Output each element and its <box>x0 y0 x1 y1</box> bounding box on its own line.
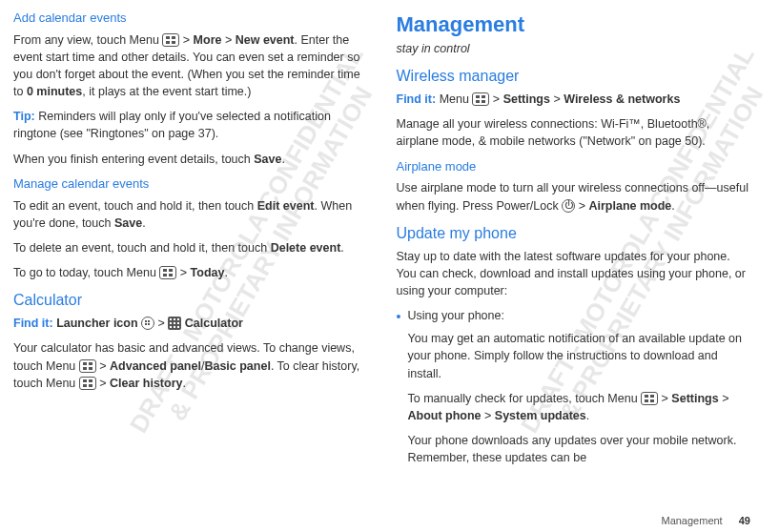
airplane-mode-label: Airplane mode <box>588 199 671 213</box>
footer-section-label: Management <box>661 515 722 526</box>
bullet-using-phone: Using your phone: <box>408 309 504 322</box>
heading-airplane: Airplane mode <box>397 158 751 176</box>
text: > <box>658 392 671 405</box>
text: > <box>550 92 564 106</box>
advanced-panel-label: Advanced panel <box>110 359 201 373</box>
para-today: To go to today, touch Menu > Today. <box>13 264 368 281</box>
text: . <box>224 266 227 279</box>
save-label: Save <box>114 216 142 230</box>
text: From any view, touch Menu <box>13 33 162 47</box>
text: To delete an event, touch and hold it, t… <box>13 241 271 255</box>
launcher-icon <box>141 317 154 330</box>
heading-wireless-manager: Wireless manager <box>397 65 751 87</box>
more-label: More <box>194 33 222 47</box>
para-add-event: From any view, touch Menu > More > New e… <box>13 31 368 101</box>
text: To manually check for updates, touch Men… <box>408 392 642 405</box>
launcher-icon-label: Launcher icon <box>56 317 137 330</box>
delete-event-label: Delete event <box>271 241 341 255</box>
para-wm-findit: Find it: Menu > Settings > Wireless & ne… <box>397 91 751 108</box>
text: > <box>575 199 588 213</box>
text: Menu <box>436 92 472 106</box>
para-delete: To delete an event, touch and hold it, t… <box>13 239 368 256</box>
text: . <box>142 216 145 230</box>
zero-minutes-label: 0 minutes <box>27 85 82 98</box>
left-column: Add calendar events From any view, touch… <box>13 10 368 474</box>
text: > <box>489 92 502 106</box>
edit-event-label: Edit event <box>257 199 315 213</box>
text: . <box>340 241 343 255</box>
system-updates-label: System updates <box>495 409 586 422</box>
wireless-networks-label: Wireless & networks <box>564 92 680 106</box>
menu-icon <box>162 33 179 47</box>
text: > <box>96 359 110 373</box>
menu-icon <box>79 359 96 373</box>
para-downloads: Your phone downloads any updates over yo… <box>408 432 751 466</box>
text: . <box>182 377 185 390</box>
list-item: Using your phone: <box>408 307 751 324</box>
today-label: Today <box>191 266 225 279</box>
menu-icon <box>472 92 489 106</box>
para-update-intro: Stay up to date with the latest software… <box>397 248 751 299</box>
text: , it plays at the event start time.) <box>82 85 251 98</box>
text: > <box>176 266 190 279</box>
menu-icon <box>641 392 658 405</box>
text: > <box>96 377 110 390</box>
heading-management: Management <box>397 10 751 40</box>
menu-icon <box>79 377 96 390</box>
calculator-label: Calculator <box>185 317 243 330</box>
new-event-label: New event <box>236 33 295 47</box>
heading-manage-calendar: Manage calendar events <box>13 175 368 194</box>
text: > <box>179 33 193 47</box>
text: . <box>586 409 589 422</box>
para-auto-notify: You may get an automatic notification of… <box>408 330 751 381</box>
text: To edit an event, touch and hold it, the… <box>13 199 257 213</box>
text: > <box>719 392 729 405</box>
heading-update-phone: Update my phone <box>397 222 751 244</box>
calculator-icon <box>168 317 181 330</box>
about-phone-label: About phone <box>408 409 482 422</box>
text: . <box>281 153 284 166</box>
text: To go to today, touch Menu <box>13 266 159 279</box>
text: . <box>671 199 674 213</box>
save-label: Save <box>254 153 281 166</box>
heading-add-calendar: Add calendar events <box>13 10 368 28</box>
menu-icon <box>159 266 176 279</box>
para-calc-findit: Find it: Launcher icon > Calculator <box>13 315 368 332</box>
page-number: 49 <box>739 515 750 526</box>
text: > <box>482 409 495 422</box>
tip-body: Reminders will play only if you've selec… <box>13 110 331 140</box>
para-wm-body: Manage all your wireless connections: Wi… <box>397 115 751 150</box>
page-content: Add calendar events From any view, touch… <box>0 0 779 474</box>
update-list: Using your phone: <box>397 307 751 324</box>
para-manual-check: To manually check for updates, touch Men… <box>408 390 751 424</box>
settings-label: Settings <box>503 92 550 106</box>
find-it-label: Find it: <box>397 92 437 106</box>
para-airplane: Use airplane mode to turn all your wirel… <box>397 179 751 214</box>
settings-label: Settings <box>671 392 718 405</box>
clear-history-label: Clear history <box>110 377 182 390</box>
page-footer: Management 49 <box>661 515 750 526</box>
right-column: Management stay in control Wireless mana… <box>397 10 751 474</box>
para-edit: To edit an event, touch and hold it, the… <box>13 197 368 232</box>
para-finish: When you finish entering event details, … <box>13 151 368 168</box>
text: > <box>158 317 169 330</box>
heading-calculator: Calculator <box>13 289 368 311</box>
tip-label: Tip: <box>13 110 35 123</box>
text: > <box>221 33 235 47</box>
subtitle: stay in control <box>397 40 751 57</box>
power-icon <box>562 199 575 213</box>
text: When you finish entering event details, … <box>13 153 254 166</box>
para-calc-body: Your calculator has basic and advanced v… <box>13 339 368 391</box>
find-it-label: Find it: <box>13 317 53 330</box>
basic-panel-label: Basic panel <box>204 359 270 373</box>
para-tip: Tip: Reminders will play only if you've … <box>13 108 368 142</box>
